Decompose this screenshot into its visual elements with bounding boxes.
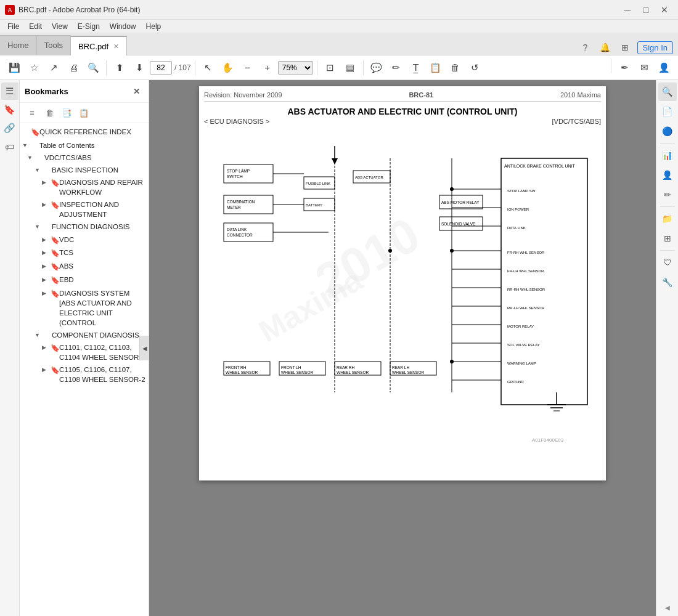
list-item[interactable]: ▶ 🔖 INSPECTION AND ADJUSTMENT [20,198,149,221]
menu-window[interactable]: Window [105,21,141,32]
next-page-button[interactable]: ⬇ [130,59,149,77]
notifications-icon-btn[interactable]: 🔔 [598,40,613,55]
share-button[interactable]: ↗ [44,59,63,77]
chevron-down-icon[interactable]: ▼ [35,165,43,174]
stamp-button[interactable]: 📋 [427,59,445,77]
chevron-right-icon[interactable]: ▶ [42,275,51,284]
rs-highlight-button[interactable]: 🔵 [658,122,677,140]
list-item[interactable]: ▶ 🔖 C1105, C1106, C1107, C1108 WHEEL SEN… [20,363,149,386]
list-item[interactable]: ▼ VDC/TCS/ABS [20,152,149,164]
rs-protect-button[interactable]: 🛡 [658,253,677,272]
bookmark-button[interactable]: ☆ [25,59,43,77]
prev-page-button[interactable]: ⬆ [110,59,129,77]
page-input[interactable] [150,61,172,75]
close-button[interactable]: ✕ [656,1,673,18]
list-item[interactable]: ▶ 🔖 TCS [20,246,149,260]
chevron-icon[interactable] [22,127,31,128]
zoom-select[interactable]: 50% 75% 100% 125% 150% [278,61,313,75]
pen-button[interactable]: ✒ [615,59,634,77]
select-tool-button[interactable]: ↖ [199,59,218,77]
chevron-right-icon[interactable]: ▶ [42,200,51,209]
list-item[interactable]: ▶ 🔖 VDC [20,233,149,247]
svg-text:IGN POWER: IGN POWER [507,208,529,211]
menu-view[interactable]: View [47,21,73,32]
tab-close-icon[interactable]: ✕ [113,43,119,51]
signin-button[interactable]: Sign In [637,41,673,54]
rs-organize-button[interactable]: 📁 [658,209,677,228]
chevron-right-icon[interactable]: ▶ [42,365,51,374]
chevron-right-icon[interactable]: ▶ [42,177,51,187]
bookmarks-delete-button[interactable]: 🗑 [42,105,57,120]
chevron-right-icon[interactable]: ▶ [42,342,51,352]
menu-file[interactable]: File [2,21,24,32]
pdf-sub-title: < ECU DIAGNOSIS > [VDC/TCS/ABS] [204,118,601,125]
bookmarks-menu-button[interactable]: ≡ [25,105,39,120]
minimize-button[interactable]: ─ [619,1,636,18]
highlight-button[interactable]: ✏ [387,59,406,77]
svg-text:REAR RH: REAR RH [337,365,355,370]
chevron-right-icon[interactable]: ▶ [42,261,51,270]
rs-search-button[interactable]: 🔍 [658,83,677,101]
list-item[interactable]: ▼ FUNCTION DIAGNOSIS [20,221,149,233]
list-item[interactable]: ▶ 🔖 DIAGNOSIS AND REPAIR WORKFLOW [20,176,149,198]
left-tool-bookmarks[interactable]: 🔖 [1,101,18,118]
bookmark-text: C1105, C1106, C1107, C1108 WHEEL SENSOR-… [59,365,146,384]
rs-combine-button[interactable]: ⊞ [658,229,677,248]
tab-tools[interactable]: Tools [37,35,71,55]
svg-text:SWITCH: SWITCH [227,174,243,179]
list-item[interactable]: ▶ 🔖 ABS [20,260,149,274]
chevron-down-icon[interactable]: ▼ [35,330,43,339]
list-item[interactable]: ▶ 🔖 C1101, C1102, C1103, C1104 WHEEL SEN… [20,341,149,363]
list-item[interactable]: ▼ COMPONENT DIAGNOSIS [20,329,149,341]
chevron-down-icon[interactable]: ▼ [35,222,43,231]
fit-page-button[interactable]: ⊡ [321,59,340,77]
maximize-button[interactable]: □ [637,1,655,18]
rs-export-button[interactable]: 📊 [658,146,677,164]
pdf-area[interactable]: Revision: November 2009 BRC-81 2010 Maxi… [149,80,656,616]
list-item[interactable]: ▶ 🔖 EBD [20,274,149,287]
left-tool-links[interactable]: 🔗 [1,120,18,137]
hand-tool-button[interactable]: ✋ [219,59,237,77]
list-item[interactable]: ▼ Table of Contents [20,139,149,152]
list-item[interactable]: ▶ 🔖 DIAGNOSIS SYSTEM [ABS ACTUATOR AND E… [20,287,149,329]
search-button[interactable]: 🔍 [84,59,102,77]
chevron-right-icon[interactable]: ▶ [42,235,51,244]
help-icon-btn[interactable]: ? [578,40,593,55]
tab-file[interactable]: BRC.pdf ✕ [71,36,127,55]
menu-esign[interactable]: E-Sign [73,21,105,32]
rs-edit-button[interactable]: ✏ [658,185,677,204]
rs-page-button[interactable]: 📄 [658,102,677,121]
list-item[interactable]: ▼ BASIC INSPECTION [20,164,149,176]
email-button[interactable]: ✉ [635,59,653,77]
apps-grid-icon-btn[interactable]: ⊞ [618,40,632,55]
menu-edit[interactable]: Edit [24,21,47,32]
user-button[interactable]: 👤 [655,59,673,77]
save-button[interactable]: 💾 [5,59,23,77]
bookmarks-copy-button[interactable]: 📋 [76,105,91,120]
zoom-in-button[interactable]: + [258,59,277,77]
svg-text:FRONT LH: FRONT LH [281,365,301,370]
left-tool-pages[interactable]: ☰ [1,83,18,100]
zoom-out-button[interactable]: − [239,59,257,77]
comment-button[interactable]: 💬 [367,59,386,77]
undo-button[interactable]: ↺ [466,59,484,77]
rs-user-button[interactable]: 👤 [658,166,677,184]
menu-help[interactable]: Help [141,21,166,32]
markup-button[interactable]: T̲ [407,59,425,77]
rs-tools-button[interactable]: 🔧 [658,273,677,291]
left-tool-tags[interactable]: 🏷 [1,138,18,155]
list-item[interactable]: 🔖 QUICK REFERENCE INDEX [20,126,149,139]
collapse-panel-button[interactable]: ◀ [139,336,149,360]
print-button[interactable]: 🖨 [64,59,83,77]
chevron-down-icon[interactable]: ▼ [22,140,31,150]
svg-rect-2 [501,158,587,405]
chevron-right-icon[interactable]: ▶ [42,288,51,298]
bookmarks-new-button[interactable]: 📑 [59,105,74,120]
fit-width-button[interactable]: ▤ [341,59,359,77]
chevron-down-icon[interactable]: ▼ [27,153,36,162]
chevron-right-icon[interactable]: ▶ [42,248,51,257]
folder-icon [43,330,52,331]
tab-home[interactable]: Home [0,35,37,55]
delete-button[interactable]: 🗑 [446,59,465,77]
bookmarks-close-button[interactable]: ✕ [129,84,144,99]
